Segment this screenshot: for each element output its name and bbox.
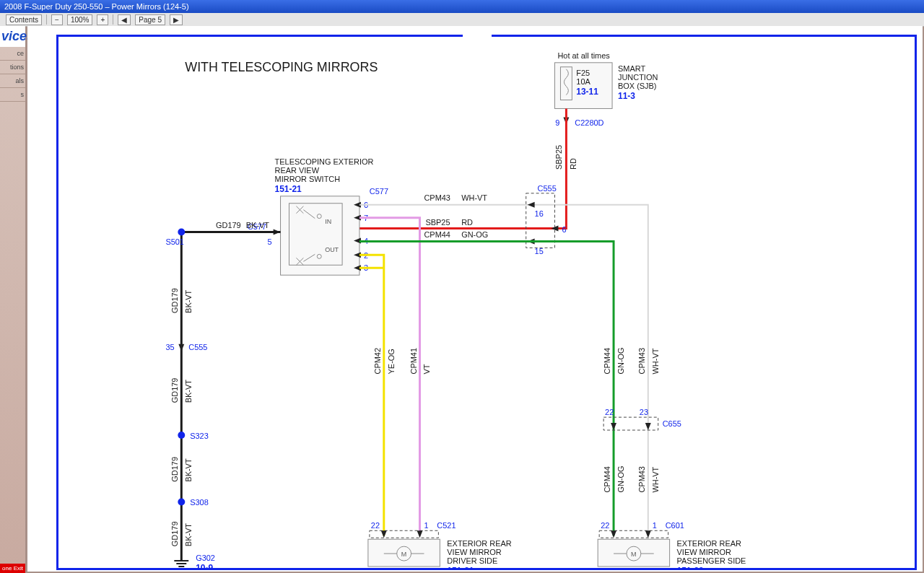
svg-rect-44 [599,530,668,538]
wire-color-gnog: GN-OG [616,465,625,492]
circuit-gd179: GD179 [170,288,179,313]
connector-c555: C555 [538,184,557,193]
sjb-name: SMART [618,64,645,73]
wiring-diagram: WITH TELESCOPING MIRRORS Hot at all time… [58,37,915,568]
connector-c655: C655 [663,419,681,428]
svg-marker-18 [528,202,535,208]
pin-1-pass: 1 [653,521,657,530]
connector-c2280d: C2280D [575,118,603,127]
toolbar-separator [46,14,47,25]
circuit-gd179: GD179 [170,457,179,482]
sidebar-footer-button[interactable]: one Exit [0,564,25,573]
wire-color-bkvt-h: BK-VT [246,221,270,229]
circuit-cpm44: CPM44 [603,466,611,492]
wire-color-gnog: GN-OG [461,230,488,239]
driver-mirror-label: DRIVER SIDE [447,556,497,565]
wire-color-vt: VT [422,364,431,374]
pass-mirror-ref: 151-22 [677,566,704,568]
splice-s501: S501 [165,237,184,246]
svg-marker-29 [611,423,616,430]
circuit-cpm43: CPM43 [637,348,646,374]
svg-marker-22 [178,344,184,351]
driver-mirror-label: VIEW MIRROR [447,548,501,556]
circuit-sbp25-h: SBP25 [425,218,450,227]
circuit-cpm41: CPM41 [409,348,418,374]
svg-rect-36 [370,530,438,538]
circuit-cpm44: CPM44 [424,230,450,239]
connector-c521: C521 [437,521,456,530]
page-indicator[interactable]: Page 5 [135,14,165,25]
circuit-gd179: GD179 [170,522,179,547]
wire-color-whvt: WH-VT [651,466,660,492]
svg-point-21 [178,229,185,236]
diagram-viewport[interactable]: WITH TELESCOPING MIRRORS Hot at all time… [27,26,923,572]
pin-15: 15 [535,247,544,255]
wire-color-yeog: YE-OG [387,349,396,374]
sidebar-item[interactable]: tions [0,61,25,74]
circuit-cpm44: CPM44 [603,348,611,374]
svg-marker-37 [381,530,387,538]
splice-s308: S308 [190,498,209,507]
switch-ref: 151-21 [275,184,302,194]
zoom-in-button[interactable]: + [97,14,108,25]
pin-22-pass2: 22 [601,521,609,530]
wire-color-whvt: WH-VT [461,193,487,202]
hot-label: Hot at all times [557,51,610,60]
svg-marker-46 [645,530,651,538]
wire-color-gnog: GN-OG [616,347,625,374]
sidebar: vices ce tions als s one Exit [0,26,25,573]
sidebar-item[interactable]: ce [0,47,25,61]
toolbar: Contents − 100% + ◀ Page 5 ▶ [0,13,924,27]
pin-1-drv: 1 [424,521,428,530]
pin-9: 9 [555,118,559,127]
contents-button[interactable]: Contents [6,14,42,25]
fuse-id: F25 [576,69,590,77]
pin-16: 16 [535,209,544,218]
circuit-cpm43: CPM43 [637,466,646,492]
wire-color-bkvt: BK-VT [184,380,193,403]
svg-point-24 [178,499,185,506]
pin-35: 35 [165,343,174,351]
connector-c601: C601 [666,521,684,530]
svg-marker-45 [611,530,616,538]
connector-c577: C577 [370,187,388,196]
wire-color-whvt: WH-VT [651,348,660,374]
diagram-frame: WITH TELESCOPING MIRRORS Hot at all time… [56,35,917,570]
motor-icon: M [631,551,636,558]
pin-5: 5 [268,237,272,246]
zoom-out-button[interactable]: − [51,14,63,25]
splice-s323: S323 [190,432,209,440]
wire-color-rd: RD [569,158,578,170]
sidebar-footer-label: one [2,565,12,572]
svg-marker-38 [417,530,423,538]
ground-ref: 10-9 [196,563,213,568]
svg-point-23 [178,432,185,439]
sjb-name: BOX (SJB) [618,82,656,90]
zoom-level[interactable]: 100% [67,14,93,25]
sidebar-item[interactable]: als [0,74,25,88]
circuit-sbp25: SBP25 [554,145,563,170]
wire-color-bkvt: BK-VT [184,289,193,313]
switch-label: TELESCOPING EXTERIOR [275,157,374,166]
next-page-button[interactable]: ▶ [170,14,183,25]
fuse-pin-ref: 13-11 [576,87,598,97]
pin-22-pass: 22 [605,408,614,416]
sidebar-item[interactable]: s [0,88,25,102]
fuse-amp: 10A [576,77,590,86]
circuit-cpm42: CPM42 [373,348,382,374]
motor-icon: M [401,551,406,558]
pass-mirror-label: VIEW MIRROR [677,548,731,556]
switch-label: REAR VIEW [275,166,320,175]
pass-mirror-label: EXTERIOR REAR [677,539,741,548]
window-title: 2008 F-Super Duty 250-550 – Power Mirror… [4,2,189,11]
pin-6-splice: 6 [562,225,566,234]
prev-page-button[interactable]: ◀ [118,14,131,25]
svg-rect-17 [526,193,555,248]
pin-22-drv: 22 [371,521,380,530]
driver-mirror-ref: 151-21 [447,566,474,568]
switch-label: MIRROR SWITCH [275,175,341,183]
diagram-title: WITH TELESCOPING MIRRORS [185,60,378,74]
wire-color-bkvt: BK-VT [184,458,193,482]
toolbar-separator [113,14,113,25]
wire-color-rd-h: RD [461,218,473,227]
